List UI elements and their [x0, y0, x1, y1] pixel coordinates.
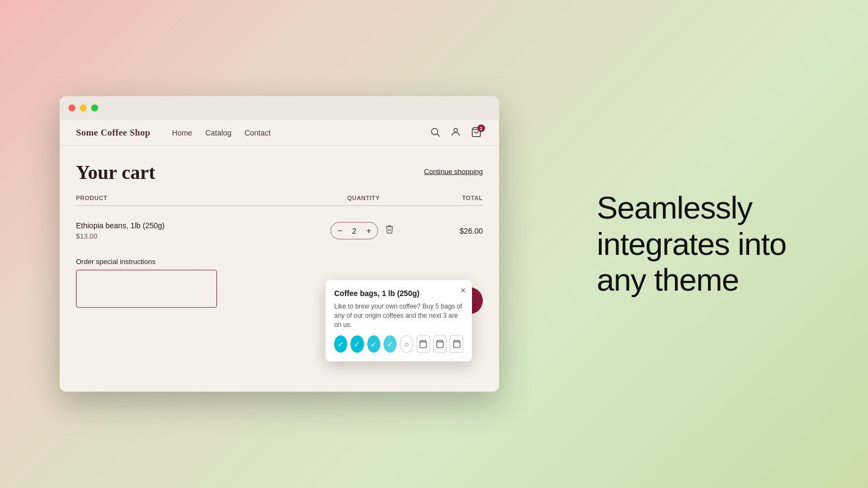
item-price: $13.00: [76, 232, 309, 240]
increase-qty-button[interactable]: +: [360, 222, 378, 239]
table-header: PRODUCT QUANTITY TOTAL: [76, 195, 483, 206]
col-quantity: QUANTITY: [309, 195, 418, 201]
right-panel: Seamlessly integrates into any theme: [597, 190, 825, 298]
cart-item: Ethiopia beans, 1lb (250g) $13.00 − 2 + …: [76, 215, 483, 247]
cart-badge: 2: [477, 125, 485, 132]
quantity-control: − 2 +: [309, 222, 418, 239]
title-bar: [60, 97, 499, 120]
popup-bag-3[interactable]: [450, 336, 463, 353]
quantity-value: 2: [349, 226, 360, 235]
cart-header: Your cart Continue shopping: [76, 161, 483, 184]
popup-icon-1[interactable]: ✓: [334, 336, 347, 353]
brand-logo: Some Coffee Shop: [76, 127, 150, 138]
popup-icon-4[interactable]: ✓: [384, 336, 397, 353]
cart-title: Your cart: [76, 161, 155, 184]
tagline-line2: integrates into: [597, 226, 786, 261]
maximize-button[interactable]: [91, 105, 98, 112]
quantity-wrapper: − 2 +: [330, 222, 379, 239]
minimize-button[interactable]: [80, 105, 87, 112]
window-controls: [68, 105, 98, 112]
delete-item-button[interactable]: [382, 222, 397, 239]
item-total: $26.00: [418, 226, 483, 235]
popup-icons-row: ✓ ✓ ✓ ✓ ○: [334, 336, 463, 353]
nav-home[interactable]: Home: [172, 129, 192, 137]
svg-line-1: [437, 134, 440, 137]
cart-icon[interactable]: 2: [471, 127, 483, 139]
tagline-line1: Seamlessly: [597, 190, 752, 225]
browser-window: Some Coffee Shop Home Catalog Contact 2: [60, 97, 499, 392]
close-button[interactable]: [68, 105, 75, 112]
special-instructions-input[interactable]: [76, 270, 217, 308]
popup-icon-2[interactable]: ✓: [350, 336, 363, 353]
popup-tooltip: × Coffee bags, 1 lb (250g) Like to brew …: [326, 280, 472, 362]
item-info: Ethiopia beans, 1lb (250g) $13.00: [76, 221, 309, 240]
popup-bag-2[interactable]: [433, 336, 447, 353]
popup-close-button[interactable]: ×: [461, 286, 465, 296]
item-name: Ethiopia beans, 1lb (250g): [76, 221, 309, 230]
nav-bar: Some Coffee Shop Home Catalog Contact 2: [60, 120, 499, 146]
account-icon[interactable]: [450, 127, 462, 139]
svg-point-0: [431, 129, 438, 135]
popup-title: Coffee bags, 1 lb (250g): [334, 289, 463, 298]
page-content: Your cart Continue shopping PRODUCT QUAN…: [60, 146, 499, 325]
continue-shopping-link[interactable]: Continue shopping: [424, 161, 483, 176]
nav-icons: 2: [430, 127, 483, 139]
col-total: TOTAL: [418, 195, 483, 201]
nav-links: Home Catalog Contact: [172, 129, 430, 137]
search-icon[interactable]: [430, 127, 442, 139]
decrease-qty-button[interactable]: −: [331, 222, 349, 239]
popup-icon-3[interactable]: ✓: [367, 336, 380, 353]
col-product: PRODUCT: [76, 195, 309, 201]
svg-point-2: [454, 129, 458, 132]
popup-icon-5[interactable]: ○: [400, 336, 413, 353]
popup-bag-1[interactable]: [417, 336, 430, 353]
tagline-line3: any theme: [597, 262, 739, 297]
popup-description: Like to brew your own coffee? Buy 5 bags…: [334, 302, 463, 329]
nav-catalog[interactable]: Catalog: [205, 129, 231, 137]
nav-contact[interactable]: Contact: [245, 129, 271, 137]
special-instructions-label: Order special instructions: [76, 258, 483, 266]
